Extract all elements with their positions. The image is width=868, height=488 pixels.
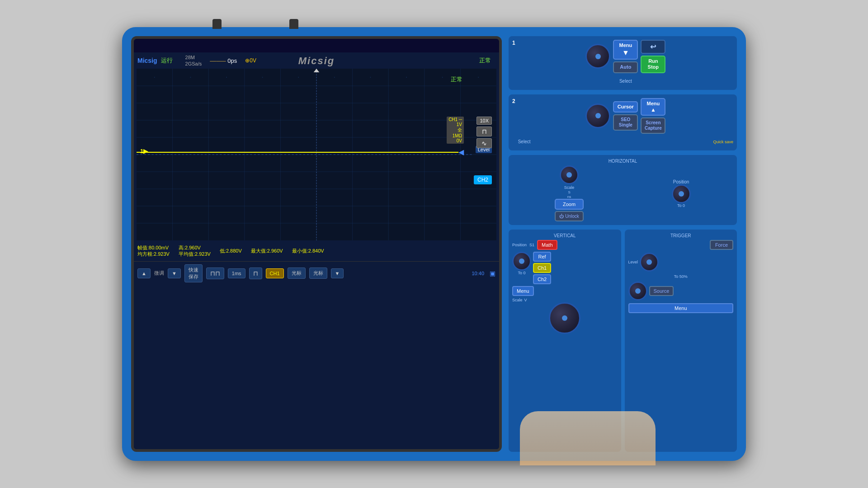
auto-btn[interactable]: Auto [613, 61, 638, 73]
run-stop-btn[interactable]: Run Stop [641, 56, 665, 73]
quick-save-btn[interactable]: 快速 保存 [184, 264, 203, 282]
v-pos-knob[interactable] [512, 252, 531, 271]
h-to0-label: To 0 [677, 203, 685, 208]
probe-buttons: 10X ⊓ ∿ [476, 117, 492, 148]
ch2-btn[interactable]: Ch2 [533, 274, 551, 284]
fine-label: 微调 [154, 270, 164, 277]
measure-high: 高:2.960V 平均值:2.923V [179, 244, 211, 258]
top-connectors [212, 19, 298, 29]
v-pos-knob-wrapper: To 0 [512, 252, 531, 284]
time-offset: ───── 0ps [210, 57, 237, 64]
v-ch-btns: Ref Ch1 Ch2 [533, 252, 551, 284]
svg-point-19 [190, 77, 191, 78]
t-source-knob[interactable] [628, 282, 647, 300]
knob-1[interactable] [585, 44, 610, 69]
h-scale-wrapper: Scale S ns Zoom ⏻ Unlock [555, 165, 583, 221]
h-position-inner [679, 191, 684, 197]
oscilloscope-body: Micsig Micsig 运行 28M 2GSa/s ───── 0ps ⊕0… [122, 27, 746, 461]
vert-s1-lbl: S1 [529, 243, 534, 247]
screen-content: Micsig Micsig 运行 28M 2GSa/s ───── 0ps ⊕0… [134, 52, 499, 452]
ch1-info: CH1 ─1V全1MΩ0V [447, 117, 464, 144]
h-sub-btns: Zoom ⏻ Unlock [555, 199, 583, 221]
sample-rate: 28M 2GSa/s [185, 54, 202, 67]
knob1-wrapper [585, 44, 610, 69]
v-menu-btn[interactable]: Menu [512, 286, 534, 296]
svg-point-21 [262, 77, 263, 78]
brand-label: Micsig [137, 57, 157, 64]
knob2-wrapper [585, 103, 610, 128]
probe-type2-btn[interactable]: ∿ [476, 138, 492, 148]
source-btn[interactable]: Source [649, 286, 674, 296]
cursor-btn[interactable]: Cursor [613, 101, 638, 113]
connector-1 [212, 19, 222, 29]
t-menu-btn[interactable]: Menu [628, 303, 734, 313]
vert-position-lbl: Position [512, 243, 527, 247]
t-source-inner [635, 288, 641, 294]
select-label-1: Select [619, 79, 632, 84]
v-pos-inner [519, 258, 524, 264]
t-level-knob[interactable] [640, 253, 659, 272]
waveform-svg [137, 69, 496, 240]
h-scale-label: Scale S ns [564, 185, 575, 199]
cursor-h-btn[interactable]: 光标 [288, 267, 306, 279]
v-v-lbl: V [524, 298, 527, 302]
ch1-marker: 1▶ [140, 148, 148, 155]
h-position-wrapper: Position To 0 [672, 179, 691, 208]
knob-1-inner [595, 54, 601, 59]
level-arrow: ◀ [458, 148, 464, 156]
quick-save-label: Quick save [713, 140, 733, 144]
section-2: 2 Cursor SEO Single [509, 94, 737, 151]
probe-type-btn[interactable]: ⊓ [476, 127, 492, 136]
v-scale-inner [562, 315, 567, 321]
pulse-wide-btn[interactable]: ⊓⊓ [206, 267, 224, 279]
ref-btn[interactable]: Ref [533, 252, 551, 262]
vert-top: Position S1 Math [512, 240, 618, 250]
svg-marker-31 [314, 69, 320, 72]
ch2-badge[interactable]: CH2 [474, 175, 492, 184]
v-to0-label: To 0 [518, 271, 525, 275]
right-buttons-2: ↩ Run Stop [641, 40, 665, 73]
back-btn[interactable]: ↩ [641, 40, 665, 54]
seo-single-btn[interactable]: SEO Single [613, 114, 638, 131]
svg-point-23 [334, 77, 335, 78]
ch1-select-btn[interactable]: CH1 [266, 268, 284, 278]
fine-down-btn[interactable]: ▼ [168, 268, 181, 278]
more-btn[interactable]: ▼ [331, 268, 344, 278]
v-scale-lbl: Scale [512, 298, 523, 302]
screen-title: Micsig [298, 55, 335, 67]
h-position-knob[interactable] [672, 184, 691, 203]
knob-2-inner [595, 113, 601, 118]
probe-10x-btn[interactable]: 10X [476, 117, 492, 125]
ch1-btn[interactable]: Ch1 [533, 263, 551, 273]
horizontal-title: Horizontal [512, 159, 733, 164]
knob-2[interactable] [585, 103, 610, 128]
zoom-btn[interactable]: Zoom [555, 199, 583, 210]
t-to50-lbl: To 50% [628, 274, 734, 279]
cursor-v-btn[interactable]: 光标 [309, 267, 327, 279]
connector-2 [289, 19, 298, 29]
normal-status: 正常 [479, 56, 491, 65]
section2-num: 2 [512, 98, 515, 104]
section-1: 1 Menu ▼ Auto [509, 36, 737, 90]
menu-btn[interactable]: Menu ▼ [613, 40, 638, 60]
v-scale-row: Scale V [512, 298, 618, 302]
menu2-btn[interactable]: Menu ▲ [641, 98, 665, 116]
h-scale-knob[interactable] [560, 165, 579, 184]
force-btn[interactable]: Force [710, 240, 733, 250]
measurements-bar: 帧值:80.00mV 均方根:2.923V 高:2.960V 平均值:2.923… [134, 240, 499, 261]
cursor-btns: Cursor SEO Single [613, 101, 638, 131]
pulse-narrow-btn[interactable]: ⊓ [249, 267, 262, 279]
section1-num: 1 [512, 40, 515, 46]
unlock-btn[interactable]: ⏻ Unlock [555, 211, 583, 221]
fine-up-btn[interactable]: ▲ [137, 268, 151, 278]
math-btn[interactable]: Math [537, 240, 557, 250]
cursor-row: Cursor SEO Single Menu ▲ Screen Capture [518, 98, 733, 134]
vertical-title: Vertical [512, 233, 618, 238]
screen-capture-btn[interactable]: Screen Capture [641, 117, 665, 134]
vert-knob-row: To 0 Ref Ch1 Ch2 [512, 252, 618, 284]
screen-area: Micsig Micsig 运行 28M 2GSa/s ───── 0ps ⊕0… [131, 36, 502, 452]
status-label: 运行 [161, 56, 173, 65]
svg-point-20 [226, 77, 227, 78]
v-scale-knob[interactable] [549, 302, 580, 334]
time-1ms-btn[interactable]: 1ms [228, 268, 245, 278]
